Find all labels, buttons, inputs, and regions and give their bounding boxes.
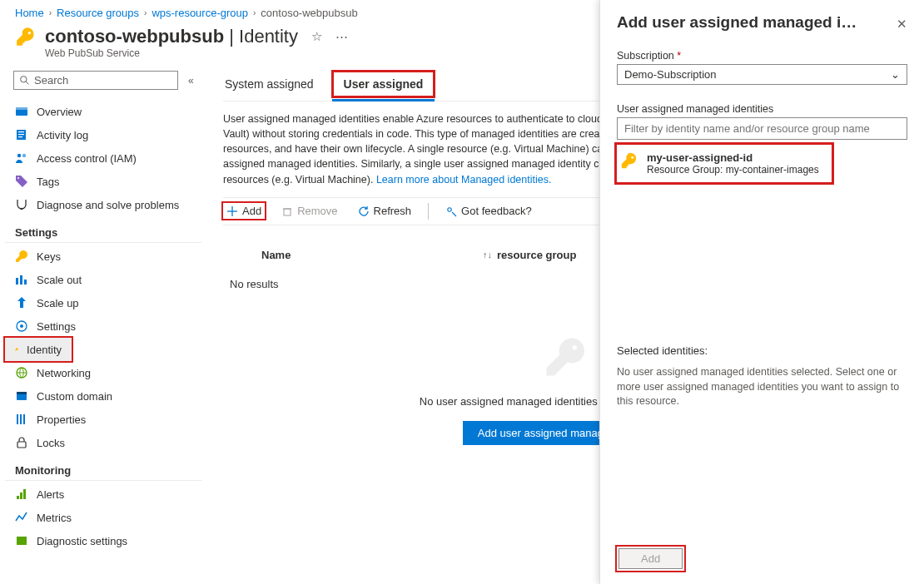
properties-icon — [15, 413, 28, 426]
nav-scale-up[interactable]: Scale up — [5, 291, 201, 314]
nav-diagnose[interactable]: Diagnose and solve problems — [5, 193, 201, 216]
add-button[interactable]: Add — [223, 203, 265, 219]
svg-rect-13 — [16, 278, 18, 285]
metrics-icon — [15, 511, 28, 524]
svg-point-1 — [21, 77, 27, 82]
svg-rect-6 — [18, 131, 24, 132]
nav-properties[interactable]: Properties — [5, 408, 201, 431]
scale-up-icon — [15, 296, 28, 309]
alerts-icon — [15, 487, 28, 501]
nav-metrics[interactable]: Metrics — [5, 506, 201, 529]
key-icon — [15, 250, 28, 263]
svg-rect-14 — [20, 275, 22, 285]
tab-system-assigned[interactable]: System assigned — [223, 71, 315, 101]
svg-rect-22 — [17, 392, 27, 394]
crumb-rg[interactable]: wps-resource-group — [152, 7, 248, 19]
nav-identity[interactable]: Identity — [5, 338, 72, 361]
subscription-label: Subscription * — [617, 50, 907, 62]
chevron-right-icon: › — [49, 8, 52, 17]
selected-identities-message: No user assigned managed identities sele… — [617, 365, 907, 409]
crumb-current: contoso-webpubsub — [261, 7, 357, 19]
svg-rect-25 — [23, 414, 25, 424]
nav-custom-domain[interactable]: Custom domain — [5, 384, 201, 408]
refresh-button[interactable]: Refresh — [355, 203, 415, 219]
svg-rect-8 — [18, 136, 22, 137]
column-name[interactable]: Name — [228, 249, 478, 261]
collapse-sidebar-icon[interactable]: « — [188, 75, 194, 87]
learn-more-link[interactable]: Learn more about Managed identities. — [376, 174, 552, 186]
identity-resource-group: Resource Group: my-container-images — [647, 164, 819, 176]
svg-rect-29 — [23, 489, 26, 499]
identity-key-icon — [620, 151, 638, 170]
page-title: contoso-webpubsub | Identity — [45, 26, 298, 47]
search-icon — [19, 75, 30, 86]
add-uami-panel: Add user assigned managed i… ✕ Subscript… — [599, 0, 924, 584]
nav-overview[interactable]: Overview — [5, 100, 201, 123]
nav-group-monitoring: Monitoring — [5, 458, 201, 481]
tab-user-assigned[interactable]: User assigned — [332, 71, 435, 101]
chevron-right-icon: › — [144, 8, 147, 17]
nav-alerts[interactable]: Alerts — [5, 483, 201, 506]
uami-label: User assigned managed identities — [617, 103, 907, 115]
gear-icon — [15, 319, 28, 333]
nav-networking[interactable]: Networking — [5, 361, 201, 384]
svg-point-11 — [17, 177, 19, 179]
toolbar-separator — [428, 203, 429, 220]
identity-result-item[interactable]: my-user-assigned-id Resource Group: my-c… — [617, 145, 832, 182]
svg-line-2 — [26, 82, 28, 84]
subscription-dropdown[interactable]: Demo-Subscription ⌄ — [617, 64, 907, 85]
tags-icon — [15, 175, 28, 188]
nav-settings[interactable]: Settings — [5, 314, 201, 338]
close-panel-icon[interactable]: ✕ — [897, 13, 907, 32]
nav-locks[interactable]: Locks — [5, 431, 201, 454]
iam-icon — [15, 151, 28, 165]
refresh-icon — [358, 205, 370, 217]
overview-icon — [15, 105, 28, 118]
svg-rect-16 — [20, 301, 23, 308]
svg-point-35 — [448, 207, 451, 210]
svg-point-37 — [631, 156, 633, 159]
nav-activity-log[interactable]: Activity log — [5, 123, 201, 146]
panel-title: Add user assigned managed i… — [617, 13, 857, 32]
svg-rect-23 — [17, 414, 18, 424]
nav-scale-out[interactable]: Scale out — [5, 268, 201, 291]
networking-icon — [15, 366, 28, 379]
svg-point-18 — [20, 324, 23, 328]
more-actions-icon[interactable]: ⋯ — [335, 29, 348, 44]
feedback-button[interactable]: Got feedback? — [442, 203, 535, 219]
chevron-right-icon: › — [253, 8, 256, 17]
identity-icon — [15, 343, 18, 356]
sidebar-search-input[interactable]: Search — [13, 71, 178, 90]
empty-key-icon — [540, 332, 590, 382]
crumb-resource-groups[interactable]: Resource groups — [57, 7, 139, 19]
identity-filter-input[interactable] — [617, 117, 907, 140]
sidebar: Search « Overview Activity log Access co… — [0, 67, 206, 584]
diagnose-icon — [15, 198, 28, 211]
svg-rect-33 — [284, 209, 291, 215]
key-resource-icon — [15, 26, 37, 47]
trash-icon — [281, 205, 293, 217]
nav-diag-settings[interactable]: Diagnostic settings — [5, 529, 201, 552]
scale-out-icon — [15, 273, 28, 286]
column-resource-group[interactable]: resource group — [497, 249, 576, 261]
crumb-home[interactable]: Home — [15, 7, 44, 19]
svg-point-0 — [28, 32, 31, 34]
svg-rect-26 — [17, 442, 26, 448]
svg-rect-27 — [17, 496, 19, 499]
svg-point-36 — [572, 345, 577, 350]
svg-rect-28 — [20, 492, 22, 499]
svg-point-9 — [17, 154, 21, 157]
panel-add-button[interactable]: Add — [618, 548, 683, 569]
favorite-star-icon[interactable]: ☆ — [311, 29, 322, 44]
svg-rect-15 — [24, 280, 27, 285]
svg-rect-4 — [16, 107, 27, 110]
lock-icon — [15, 436, 28, 449]
nav-tags[interactable]: Tags — [5, 170, 201, 193]
selected-identities-header: Selected identities: — [617, 344, 907, 357]
svg-point-10 — [22, 154, 26, 157]
nav-access-control[interactable]: Access control (IAM) — [5, 146, 201, 170]
custom-domain-icon — [15, 389, 28, 403]
nav-keys[interactable]: Keys — [5, 245, 201, 268]
svg-point-12 — [21, 208, 23, 210]
sort-icon[interactable]: ↑↓ — [478, 250, 497, 260]
